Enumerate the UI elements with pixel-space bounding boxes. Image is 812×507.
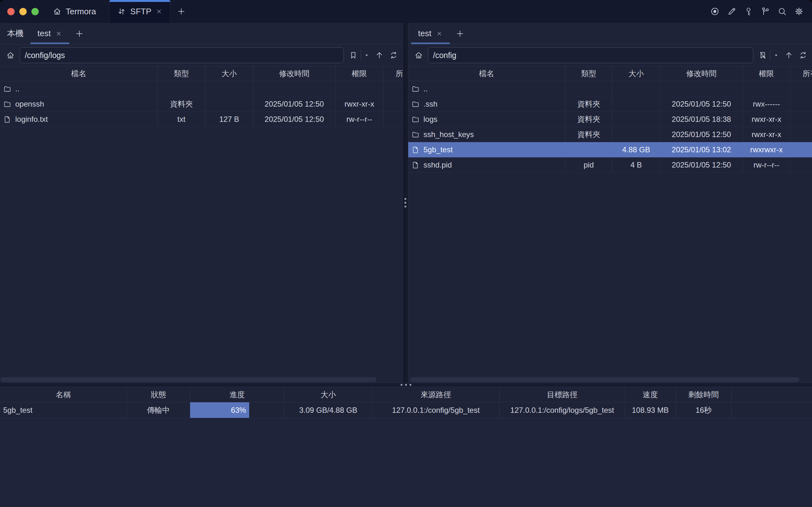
scrollbar-thumb[interactable] — [410, 377, 799, 382]
plus-icon — [75, 29, 84, 38]
pane-tab-label: test — [38, 29, 51, 38]
parent-directory-button[interactable] — [784, 51, 793, 60]
column-header-type[interactable]: 類型 — [565, 66, 612, 81]
transfer-row[interactable]: 5gb_test 傳輸中 63% 3.09 GB/4.88 GB 127.0.0… — [0, 402, 812, 418]
column-header-name[interactable]: 檔名 — [408, 66, 565, 81]
file-row[interactable]: .ssh 資料夾 2025/01/05 12:50 rwx------ — [408, 97, 812, 112]
minimize-window-button[interactable] — [19, 8, 27, 15]
file-size — [612, 127, 660, 142]
file-row[interactable]: openssh 資料夾 2025/01/05 12:50 rwxr-xr-x — [0, 97, 402, 112]
column-header-remaining[interactable]: 剩餘時間 — [676, 387, 732, 402]
scrollbar-thumb[interactable] — [1, 377, 376, 382]
column-header-progress[interactable]: 進度 — [190, 387, 284, 402]
file-owner — [791, 97, 812, 111]
close-icon[interactable] — [436, 30, 443, 37]
transfer-arrows-icon — [117, 7, 126, 16]
file-name: loginfo.txt — [15, 115, 48, 124]
right-horizontal-scrollbar — [408, 376, 812, 383]
column-header-permissions[interactable]: 權限 — [743, 66, 791, 81]
file-row[interactable]: ssh_host_keys 資料夾 2025/01/05 12:50 rwxr-… — [408, 127, 812, 142]
file-owner — [383, 97, 402, 111]
bookmark-slash-icon[interactable] — [758, 51, 767, 60]
folder-icon — [412, 115, 420, 123]
key-icon[interactable] — [744, 7, 753, 16]
column-header-speed[interactable]: 速度 — [625, 387, 676, 402]
parent-directory-button[interactable] — [375, 51, 384, 60]
refresh-icon[interactable] — [799, 51, 808, 60]
pane-tab-test[interactable]: test — [31, 23, 69, 44]
column-header-type[interactable]: 類型 — [158, 66, 205, 81]
file-permissions: rwxr-xr-x — [335, 97, 383, 111]
file-row[interactable]: .. — [0, 81, 402, 97]
refresh-icon[interactable] — [389, 51, 398, 60]
column-header-source[interactable]: 來源路徑 — [372, 387, 500, 402]
column-header-name[interactable]: 檔名 — [0, 66, 158, 81]
pane-tab-local[interactable]: 本機 — [0, 23, 31, 44]
left-pane-empty-area — [0, 127, 402, 376]
tab-termora[interactable]: Termora — [48, 0, 109, 23]
edit-icon[interactable] — [727, 7, 737, 16]
file-name: openssh — [15, 100, 44, 109]
pane-tab-test[interactable]: test — [411, 23, 450, 44]
file-name: 5gb_test — [424, 145, 453, 154]
divider — [361, 50, 361, 61]
home-button[interactable] — [412, 51, 425, 60]
file-name: sshd.pid — [424, 161, 452, 169]
path-input[interactable] — [20, 47, 344, 63]
file-row[interactable]: sshd.pid pid 4 B 2025/01/05 12:50 rw-r--… — [408, 157, 812, 173]
file-type — [565, 81, 612, 96]
transfer-panel-splitter[interactable] — [0, 383, 812, 387]
plus-icon — [455, 29, 465, 38]
pane-splitter[interactable] — [402, 23, 408, 383]
zoom-window-button[interactable] — [32, 8, 39, 15]
file-modified: 2025/01/05 13:02 — [660, 142, 743, 157]
file-size — [205, 81, 253, 96]
column-header-modified[interactable]: 修改時間 — [660, 66, 743, 81]
add-pane-tab-button[interactable] — [450, 23, 470, 44]
transfer-panel-empty-area — [0, 418, 812, 507]
transfer-speed: 108.93 MB — [625, 402, 676, 418]
close-icon[interactable] — [55, 30, 62, 37]
home-button[interactable] — [4, 51, 17, 60]
transfer-progress-cell: 63% — [190, 402, 284, 418]
file-name: .ssh — [424, 100, 437, 109]
file-row-selected[interactable]: 5gb_test 4.88 GB 2025/01/05 13:02 rwxrwx… — [408, 142, 812, 157]
file-type — [565, 142, 612, 157]
column-header-size[interactable]: 大小 — [284, 387, 372, 402]
pane-tab-label: test — [418, 29, 431, 38]
file-type: 資料夾 — [565, 112, 612, 127]
settings-icon[interactable] — [794, 7, 804, 16]
file-row[interactable]: logs 資料夾 2025/01/05 18:38 rwxr-xr-x — [408, 112, 812, 127]
home-icon — [53, 7, 62, 16]
tab-sftp[interactable]: SFTP — [109, 0, 170, 23]
file-type — [158, 81, 205, 96]
bookmark-icon[interactable] — [349, 51, 358, 60]
column-header-permissions[interactable]: 權限 — [335, 66, 383, 81]
column-header-name[interactable]: 名稱 — [0, 387, 127, 402]
column-header-owner[interactable]: 所有者 — [791, 66, 812, 81]
file-modified: 2025/01/05 12:50 — [253, 97, 335, 111]
file-type: 資料夾 — [565, 97, 612, 111]
chevron-down-icon[interactable] — [773, 52, 779, 58]
column-header-size[interactable]: 大小 — [205, 66, 253, 81]
path-input[interactable] — [428, 47, 753, 63]
new-tab-button[interactable] — [170, 0, 192, 23]
close-icon[interactable] — [156, 8, 163, 15]
add-pane-tab-button[interactable] — [70, 23, 89, 44]
search-icon[interactable] — [777, 7, 787, 16]
column-header-owner[interactable]: 所有者 — [383, 66, 402, 81]
close-window-button[interactable] — [7, 8, 15, 15]
file-row[interactable]: loginfo.txt txt 127 B 2025/01/05 12:50 r… — [0, 112, 402, 127]
branch-icon[interactable] — [761, 7, 770, 16]
transfer-remaining-time: 16秒 — [676, 402, 732, 418]
left-path-actions — [346, 50, 399, 61]
column-header-size[interactable]: 大小 — [612, 66, 660, 81]
left-pane-tabs: 本機 test — [0, 23, 402, 44]
file-row[interactable]: .. — [408, 81, 812, 97]
column-header-modified[interactable]: 修改時間 — [253, 66, 335, 81]
chevron-down-icon[interactable] — [364, 52, 370, 58]
column-header-status[interactable]: 狀態 — [127, 387, 190, 402]
record-icon[interactable] — [710, 7, 720, 16]
pane-tab-label: 本機 — [7, 28, 23, 39]
column-header-target[interactable]: 目標路徑 — [500, 387, 625, 402]
